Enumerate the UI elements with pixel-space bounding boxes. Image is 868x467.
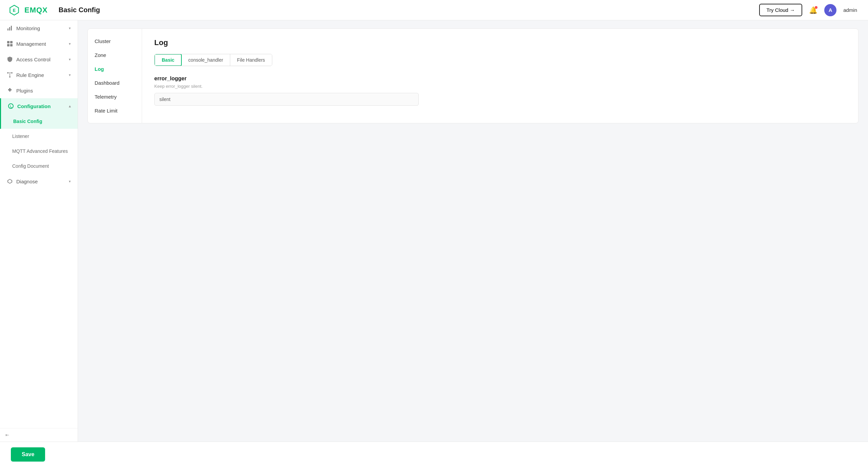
content-card: Cluster Zone Log Dashboard Telemetry Rat… — [87, 28, 859, 123]
form-label-error-logger: error_logger — [154, 76, 846, 82]
sidebar-mqtt-advanced-label: MQTT Advanced Features — [12, 148, 68, 154]
svg-rect-4 — [11, 26, 12, 31]
layout: Monitoring ▾ Management ▾ Access Control… — [0, 20, 868, 442]
tab-file-handlers[interactable]: File Handlers — [230, 54, 272, 66]
header-right: Try Cloud → 🔔 A admin — [759, 4, 857, 16]
sidebar-diagnose-label: Diagnose — [16, 179, 38, 184]
sidebar-item-monitoring[interactable]: Monitoring ▾ — [0, 20, 78, 36]
sidebar-config-document-label: Config Document — [12, 163, 49, 169]
page-title: Basic Config — [59, 6, 100, 14]
svg-rect-2 — [7, 28, 8, 31]
footer-bar: Save — [0, 442, 868, 467]
sidebar-item-rule-engine[interactable]: Rule Engine ▾ — [0, 67, 78, 83]
notification-bell-button[interactable]: 🔔 — [809, 6, 817, 14]
sidebar-item-listener[interactable]: Listener — [0, 129, 78, 144]
header: E EMQX Basic Config Try Cloud → 🔔 A admi… — [0, 0, 868, 20]
notification-dot — [815, 6, 817, 9]
svg-point-10 — [11, 72, 13, 74]
sidebar-listener-label: Listener — [12, 134, 29, 139]
left-nav-rate-limit[interactable]: Rate Limit — [88, 104, 142, 118]
main-content: Cluster Zone Log Dashboard Telemetry Rat… — [78, 20, 868, 442]
svg-rect-5 — [7, 41, 9, 43]
sidebar-basic-config-label: Basic Config — [13, 119, 42, 124]
save-button[interactable]: Save — [11, 447, 45, 462]
sidebar-item-configuration[interactable]: Configuration ▴ — [0, 98, 78, 114]
form-hint-error-logger: Keep error_logger silent. — [154, 84, 846, 89]
admin-label: admin — [843, 7, 857, 13]
section-title: Log — [154, 38, 846, 47]
sidebar-item-basic-config[interactable]: Basic Config — [0, 114, 78, 129]
chevron-up-icon: ▴ — [69, 104, 71, 108]
header-left: E EMQX Basic Config — [8, 4, 100, 16]
sidebar-rule-engine-label: Rule Engine — [16, 72, 44, 78]
tab-basic[interactable]: Basic — [154, 54, 182, 66]
sidebar-item-mqtt-advanced[interactable]: MQTT Advanced Features — [0, 144, 78, 159]
sidebar-management-label: Management — [16, 41, 46, 47]
svg-rect-3 — [9, 27, 10, 31]
right-content-panel: Log Basic console_handler File Handlers … — [142, 29, 858, 123]
svg-point-9 — [7, 72, 8, 74]
left-nav-zone[interactable]: Zone — [88, 48, 142, 62]
left-nav-panel: Cluster Zone Log Dashboard Telemetry Rat… — [88, 29, 142, 123]
sidebar-access-control-label: Access Control — [16, 57, 51, 62]
svg-point-11 — [9, 76, 11, 78]
svg-rect-6 — [10, 41, 13, 43]
svg-text:E: E — [13, 8, 16, 13]
emqx-logo-icon: E — [8, 4, 20, 16]
error-logger-input[interactable] — [154, 93, 419, 106]
form-field-error-logger: error_logger Keep error_logger silent. — [154, 76, 846, 106]
sidebar-item-diagnose[interactable]: Diagnose ▾ — [0, 174, 78, 189]
chevron-down-icon: ▾ — [69, 73, 71, 77]
left-nav-cluster[interactable]: Cluster — [88, 34, 142, 48]
sidebar-configuration-label: Configuration — [17, 103, 51, 109]
sidebar-item-config-document[interactable]: Config Document — [0, 159, 78, 174]
tab-group: Basic console_handler File Handlers — [154, 54, 272, 66]
sidebar-item-management[interactable]: Management ▾ — [0, 36, 78, 52]
sidebar-item-plugins[interactable]: Plugins — [0, 83, 78, 98]
svg-rect-7 — [7, 44, 9, 46]
tab-console-handler[interactable]: console_handler — [181, 54, 230, 66]
svg-rect-8 — [10, 44, 13, 46]
sidebar: Monitoring ▾ Management ▾ Access Control… — [0, 20, 78, 442]
avatar: A — [824, 4, 836, 16]
left-nav-dashboard[interactable]: Dashboard — [88, 76, 142, 90]
collapse-icon: ⇤ — [5, 432, 9, 438]
chevron-down-icon: ▾ — [69, 179, 71, 184]
logo-text: EMQX — [24, 6, 48, 15]
chevron-down-icon: ▾ — [69, 57, 71, 62]
chevron-down-icon: ▾ — [69, 42, 71, 46]
left-nav-telemetry[interactable]: Telemetry — [88, 90, 142, 104]
sidebar-monitoring-label: Monitoring — [16, 25, 40, 31]
sidebar-item-access-control[interactable]: Access Control ▾ — [0, 52, 78, 67]
sidebar-collapse-button[interactable]: ⇤ — [0, 428, 78, 442]
chevron-down-icon: ▾ — [69, 26, 71, 31]
left-nav-log[interactable]: Log — [88, 62, 142, 76]
try-cloud-button[interactable]: Try Cloud → — [759, 4, 803, 16]
sidebar-plugins-label: Plugins — [16, 88, 33, 94]
